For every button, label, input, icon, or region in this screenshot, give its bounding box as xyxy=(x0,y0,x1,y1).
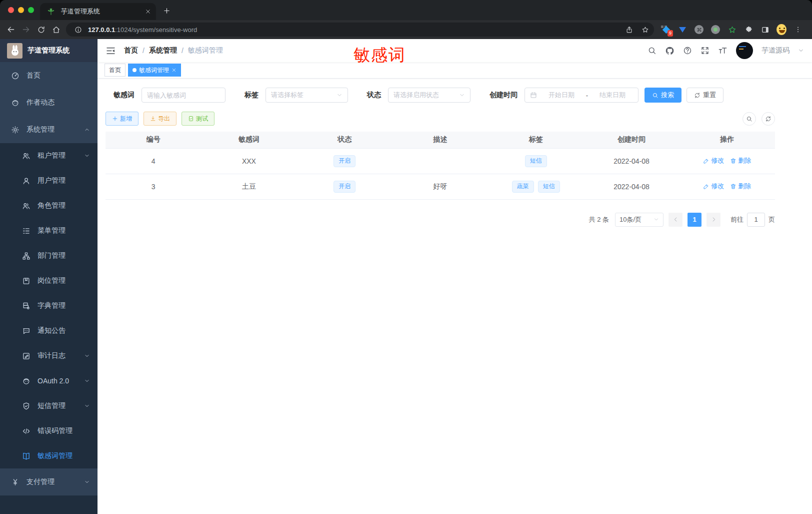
sidebar-item[interactable]: 首页 xyxy=(0,62,98,89)
breadcrumb-item[interactable]: 首页 xyxy=(124,46,138,55)
minimize-window-button[interactable] xyxy=(18,7,24,13)
goto-page-input[interactable] xyxy=(747,213,765,227)
reset-button[interactable]: 重置 xyxy=(686,88,724,103)
sidebar-item[interactable]: 短信管理 xyxy=(0,393,98,418)
dashboard-icon xyxy=(11,72,20,80)
sidebar-item[interactable]: 作者动态 xyxy=(0,89,98,116)
github-icon[interactable] xyxy=(665,46,674,56)
prev-page-button[interactable] xyxy=(668,213,682,227)
edit-button[interactable]: 修改 xyxy=(703,156,724,165)
command-extension-icon[interactable] xyxy=(694,25,704,35)
sidebar-item[interactable]: 错误码管理 xyxy=(0,418,98,443)
fullscreen-icon[interactable] xyxy=(700,46,710,55)
sidebar-item[interactable]: 岗位管理 xyxy=(0,268,98,293)
tab-close-icon[interactable] xyxy=(145,9,151,15)
gear-icon xyxy=(11,126,20,134)
breadcrumb-item[interactable]: 系统管理 xyxy=(149,46,177,55)
page-number-button[interactable]: 1 xyxy=(688,213,702,227)
side-panel-icon[interactable] xyxy=(760,25,770,35)
sidebar-item[interactable]: 角色管理 xyxy=(0,193,98,218)
share-icon[interactable] xyxy=(623,24,635,36)
calendar-icon xyxy=(530,92,537,99)
sidebar-item[interactable]: 用户管理 xyxy=(0,168,98,193)
edit-button[interactable]: 修改 xyxy=(703,182,724,191)
sidebar-logo-row[interactable]: 芋道管理系统 xyxy=(0,39,98,62)
chevron-down-icon xyxy=(654,217,659,222)
filter-tag-group: 标签 请选择标签 xyxy=(244,88,348,103)
sidebar-item[interactable]: 菜单管理 xyxy=(0,218,98,243)
sidebar-item[interactable]: 字典管理 xyxy=(0,293,98,318)
browser-tab[interactable]: 芋道管理系统 xyxy=(40,3,156,20)
sidebar-item-label: 短信管理 xyxy=(38,401,66,410)
new-tab-button[interactable] xyxy=(161,5,172,16)
bookmark-star-icon[interactable] xyxy=(639,24,651,36)
cell-created: 2022-04-08 xyxy=(584,174,679,199)
delete-button[interactable]: 删除 xyxy=(730,156,751,165)
breadcrumb-separator: / xyxy=(182,47,184,55)
download-icon xyxy=(150,116,156,122)
chevron-down-icon xyxy=(459,92,465,98)
cell-tags: 短信 xyxy=(488,148,584,174)
page-size-select[interactable]: 10条/页 xyxy=(615,213,664,227)
date-range-picker[interactable]: 开始日期 - 结束日期 xyxy=(524,88,638,103)
sidebar-item[interactable]: OAuth 2.0 xyxy=(0,368,98,393)
test-button[interactable]: 测试 xyxy=(182,112,214,126)
sidebar-item[interactable]: 租户管理 xyxy=(0,143,98,168)
fontsize-icon[interactable] xyxy=(718,46,728,56)
sidebar-item-label: 审计日志 xyxy=(38,351,66,360)
sidebar-item[interactable]: 敏感词管理 xyxy=(0,443,98,468)
search-button[interactable]: 搜索 xyxy=(644,88,682,103)
tag-badge: 短信 xyxy=(525,155,547,167)
chevron-down-icon xyxy=(84,403,90,409)
hamburger-icon[interactable] xyxy=(106,46,116,56)
search-icon[interactable] xyxy=(648,46,656,55)
sidebar-item[interactable]: 支付管理 xyxy=(0,468,98,495)
question-icon[interactable] xyxy=(683,46,692,55)
sidebar: 芋道管理系统 首页作者动态系统管理租户管理用户管理角色管理菜单管理部门管理岗位管… xyxy=(0,39,98,514)
toggle-search-button[interactable] xyxy=(742,112,756,126)
cell-actions: 修改删除 xyxy=(680,148,775,174)
traffic-lights xyxy=(8,7,34,13)
sidebar-item[interactable]: 审计日志 xyxy=(0,343,98,368)
close-icon[interactable] xyxy=(172,68,176,73)
add-button[interactable]: 新增 xyxy=(106,112,138,126)
tag-select[interactable]: 请选择标签 xyxy=(266,88,348,103)
profile-emoji-icon[interactable] xyxy=(776,25,786,35)
refresh-table-button[interactable] xyxy=(762,112,775,126)
sidebar-item[interactable]: 系统管理 xyxy=(0,116,98,143)
page-size-value: 10条/页 xyxy=(620,215,642,224)
export-button[interactable]: 导出 xyxy=(144,112,176,126)
forward-button[interactable] xyxy=(19,23,33,37)
table-column-header: 状态 xyxy=(297,132,392,148)
tag-view-item[interactable]: 首页 xyxy=(104,64,126,77)
delete-button[interactable]: 删除 xyxy=(730,182,751,191)
tag-view-label: 敏感词管理 xyxy=(139,66,169,75)
record-extension-icon[interactable] xyxy=(710,25,720,35)
sidebar-item-label: 支付管理 xyxy=(26,477,54,486)
reload-button[interactable] xyxy=(34,23,48,37)
keyword-input[interactable] xyxy=(147,92,220,99)
refresh-icon xyxy=(694,92,700,99)
sidebar-item[interactable]: 通知公告 xyxy=(0,318,98,343)
filter-date-group: 创建时间 开始日期 - 结束日期 xyxy=(490,88,638,103)
browser-toolbar: 127.0.0.1:1024/system/sensitive-word 9 xyxy=(0,20,812,39)
zoom-window-button[interactable] xyxy=(28,7,34,13)
site-info-icon[interactable] xyxy=(72,24,84,36)
avatar[interactable] xyxy=(736,42,753,59)
diamond-extension-icon[interactable]: 9 xyxy=(661,25,671,35)
close-window-button[interactable] xyxy=(8,7,14,13)
status-select[interactable]: 请选择启用状态 xyxy=(388,88,470,103)
sidebar-item[interactable]: 部门管理 xyxy=(0,243,98,268)
tag-view-item[interactable]: 敏感词管理 xyxy=(128,64,181,77)
puzzle-icon[interactable] xyxy=(744,25,754,35)
table-column-header: 敏感词 xyxy=(201,132,296,148)
back-button[interactable] xyxy=(4,23,18,37)
home-button[interactable] xyxy=(49,23,63,37)
green-star-extension-icon[interactable] xyxy=(727,25,737,35)
funnel-extension-icon[interactable] xyxy=(678,25,688,35)
chevron-down-icon[interactable] xyxy=(798,48,804,54)
kebab-menu-icon[interactable] xyxy=(793,25,803,35)
next-page-button[interactable] xyxy=(706,213,720,227)
address-bar[interactable]: 127.0.0.1:1024/system/sensitive-word xyxy=(66,23,654,37)
filter-keyword-group: 敏感词 xyxy=(114,88,226,103)
